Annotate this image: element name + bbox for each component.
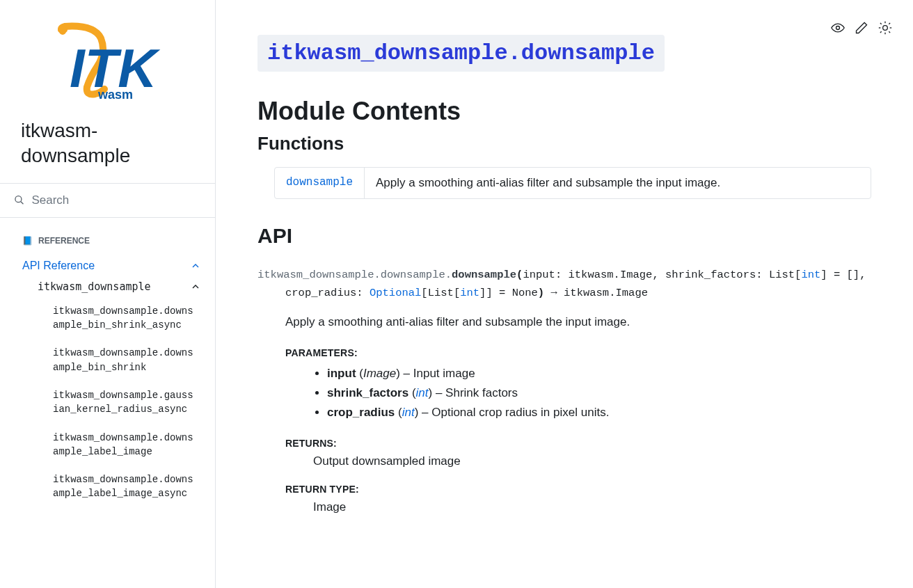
- module-title[interactable]: itkwasm_downsample.downsample: [257, 35, 665, 72]
- returns-body: Output downsampled image: [313, 454, 871, 468]
- nav: 📘 REFERENCE API Reference itkwasm_downsa…: [0, 218, 215, 522]
- chevron-up-icon: [190, 281, 201, 292]
- module-contents-heading: Module Contents: [257, 97, 871, 126]
- func-desc: Apply a smoothing anti-alias filter and …: [365, 168, 731, 198]
- sidebar: ITK wasm itkwasm-downsample 📘 REFERENCE …: [0, 0, 216, 588]
- nav-sub-item[interactable]: itkwasm_downsample.downsample_bin_shrink…: [53, 297, 201, 340]
- view-source-icon[interactable]: [831, 21, 845, 35]
- param-item: crop_radius (int) – Optional crop radius…: [327, 403, 871, 422]
- brand-title[interactable]: itkwasm-downsample: [21, 118, 194, 169]
- main-content: itkwasm_downsample.downsample Module Con…: [216, 0, 913, 588]
- svg-point-3: [15, 196, 22, 202]
- nav-item-module[interactable]: itkwasm_downsample: [38, 276, 201, 297]
- nav-sub-item[interactable]: itkwasm_downsample.downsample_label_imag…: [53, 466, 201, 508]
- book-icon: 📘: [22, 236, 33, 246]
- func-name-link[interactable]: downsample: [275, 168, 365, 198]
- svg-line-11: [880, 23, 882, 24]
- svg-line-13: [889, 23, 890, 24]
- param-item: input (Image) – Input image: [327, 364, 871, 383]
- param-item: shrink_factors (int) – Shrink factors: [327, 383, 871, 403]
- subnav: itkwasm_downsample itkwasm_downsample.do…: [22, 276, 201, 508]
- search-icon: [14, 194, 24, 206]
- nav-heading-reference: 📘 REFERENCE: [22, 236, 201, 246]
- sun-icon[interactable]: [878, 21, 892, 35]
- search-row[interactable]: [0, 183, 215, 218]
- toolbar: [831, 21, 892, 35]
- return-type-label: RETURN TYPE:: [285, 484, 871, 495]
- svg-line-4: [21, 202, 24, 205]
- parameters-list: input (Image) – Input image shrink_facto…: [327, 364, 871, 422]
- svg-point-0: [58, 26, 68, 33]
- svg-point-6: [883, 26, 888, 31]
- api-heading: API: [257, 224, 871, 248]
- search-input[interactable]: [31, 193, 201, 207]
- chevron-up-icon: [190, 260, 201, 271]
- functions-table: downsample Apply a smoothing anti-alias …: [274, 167, 871, 199]
- nav-sub-item[interactable]: itkwasm_downsample.downsample_bin_shrink: [53, 339, 201, 381]
- returns-label: RETURNS:: [285, 438, 871, 449]
- return-type-body: Image: [313, 500, 871, 514]
- functions-heading: Functions: [257, 133, 871, 154]
- svg-line-12: [889, 31, 890, 33]
- nav-sub-item[interactable]: itkwasm_downsample.gaussian_kernel_radiu…: [53, 381, 201, 424]
- function-signature: itkwasm_downsample.downsample.downsample…: [257, 266, 871, 303]
- itk-wasm-logo: ITK wasm: [31, 21, 184, 104]
- parameters-label: PARAMETERS:: [285, 347, 871, 358]
- edit-icon[interactable]: [855, 21, 868, 35]
- logo-area: ITK wasm itkwasm-downsample: [0, 0, 215, 183]
- nav-sub-item[interactable]: itkwasm_downsample.downsample_label_imag…: [53, 424, 201, 466]
- api-description: Apply a smoothing anti-alias filter and …: [285, 315, 871, 329]
- nav-item-api-reference[interactable]: API Reference: [22, 255, 201, 276]
- svg-line-14: [880, 31, 882, 33]
- svg-point-5: [836, 26, 840, 30]
- svg-text:wasm: wasm: [97, 88, 133, 102]
- subsubnav: itkwasm_downsample.downsample_bin_shrink…: [38, 297, 201, 508]
